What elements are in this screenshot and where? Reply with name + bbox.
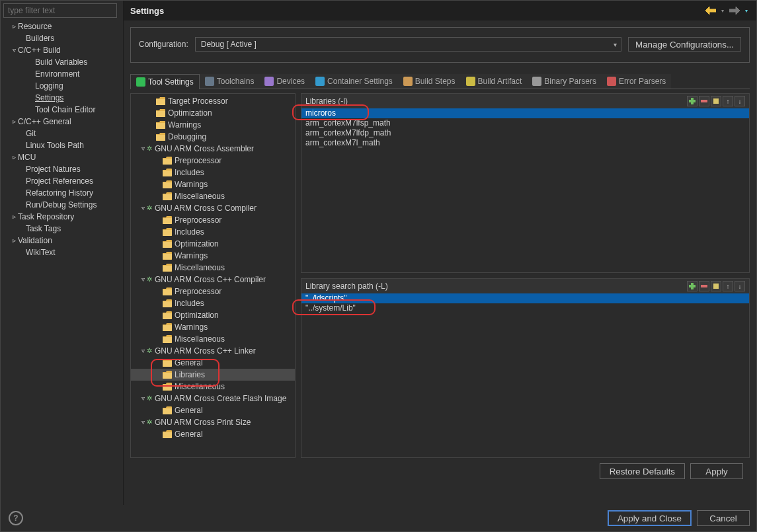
tool-settings-item[interactable]: Warnings — [131, 119, 295, 131]
category-item[interactable]: Builders — [1, 32, 123, 44]
category-item[interactable]: Settings — [1, 92, 123, 104]
tool-settings-item[interactable]: Miscellaneous — [131, 190, 295, 202]
twisty-icon[interactable]: ▿ — [139, 393, 147, 404]
tool-settings-item[interactable]: Warnings — [131, 321, 295, 333]
twisty-icon[interactable]: ▹ — [10, 151, 18, 163]
restore-defaults-button[interactable]: Restore Defaults — [600, 463, 685, 479]
tool-settings-item[interactable]: ▿✲GNU ARM Cross Create Flash Image — [131, 393, 295, 404]
tool-settings-item[interactable]: Miscellaneous — [131, 381, 295, 393]
category-item[interactable]: Task Tags — [1, 223, 123, 235]
category-item[interactable]: Build Variables — [1, 56, 123, 68]
tool-settings-item[interactable]: General — [131, 428, 295, 440]
tool-settings-item[interactable]: Libraries — [131, 369, 295, 381]
nav-back-history-menu[interactable]: ▾ — [719, 5, 726, 17]
category-item[interactable]: Project References — [1, 175, 123, 187]
tool-settings-item[interactable]: Miscellaneous — [131, 262, 295, 274]
search-path-add-button[interactable] — [687, 281, 697, 291]
search-path-delete-button[interactable] — [699, 281, 709, 291]
tool-settings-item[interactable]: ▿✲GNU ARM Cross C++ Compiler — [131, 274, 295, 285]
category-item[interactable]: Project Natures — [1, 163, 123, 175]
twisty-icon[interactable]: ▹ — [10, 20, 18, 32]
tool-settings-item[interactable]: Includes — [131, 297, 295, 309]
category-item[interactable]: ▿C/C++ Build — [1, 44, 123, 56]
libraries-add-button[interactable] — [687, 96, 697, 106]
tool-settings-item[interactable]: Optimization — [131, 107, 295, 119]
tool-settings-item[interactable]: Debugging — [131, 131, 295, 143]
apply-button[interactable]: Apply — [690, 463, 743, 479]
configuration-select[interactable]: Debug [ Active ] ▾ — [195, 37, 621, 52]
category-item[interactable]: Environment — [1, 68, 123, 80]
tool-settings-item[interactable]: ▿✲GNU ARM Cross C Compiler — [131, 202, 295, 214]
search-path-edit-button[interactable] — [711, 281, 721, 291]
tool-settings-item[interactable]: General — [131, 404, 295, 416]
tool-settings-item[interactable]: Optimization — [131, 238, 295, 250]
twisty-icon[interactable]: ▹ — [10, 235, 18, 247]
libraries-list[interactable]: microrosarm_cortexM7lfsp_matharm_cortexM… — [301, 108, 749, 272]
libraries-move-down-button[interactable]: ↓ — [735, 96, 745, 106]
libraries-move-up-button[interactable]: ↑ — [723, 96, 733, 106]
twisty-icon[interactable]: ▿ — [139, 345, 147, 357]
tool-settings-item[interactable]: Warnings — [131, 250, 295, 262]
category-item[interactable]: Logging — [1, 80, 123, 92]
tool-settings-item[interactable]: Preprocessor — [131, 214, 295, 226]
tool-settings-tree[interactable]: Target ProcessorOptimizationWarningsDebu… — [130, 93, 296, 458]
libraries-item[interactable]: arm_cortexM7lfsp_math — [301, 118, 749, 128]
category-tree[interactable]: ▹ResourceBuilders▿C/C++ BuildBuild Varia… — [1, 19, 123, 505]
category-item[interactable]: Git — [1, 128, 123, 139]
tool-settings-item[interactable]: ▿✲GNU ARM Cross C++ Linker — [131, 345, 295, 357]
tab-binary-parsers[interactable]: Binary Parsers — [527, 74, 602, 89]
help-button[interactable]: ? — [9, 511, 23, 525]
search-path-move-up-button[interactable]: ↑ — [723, 281, 733, 291]
cancel-button[interactable]: Cancel — [697, 510, 750, 526]
search-path-list[interactable]: "../ldscripts""../system/Lib" — [301, 293, 749, 457]
tool-settings-item[interactable]: Miscellaneous — [131, 333, 295, 345]
category-item[interactable]: ▹Resource — [1, 20, 123, 32]
tool-settings-item[interactable]: Preprocessor — [131, 285, 295, 297]
category-item[interactable]: ▹C/C++ General — [1, 116, 123, 128]
libraries-item[interactable]: arm_cortexM7lfdp_math — [301, 128, 749, 138]
search-path-item[interactable]: "../ldscripts" — [301, 293, 749, 303]
tab-tool-settings[interactable]: Tool Settings — [130, 74, 200, 89]
twisty-icon[interactable]: ▿ — [139, 416, 147, 428]
tab-error-parsers[interactable]: Error Parsers — [602, 74, 671, 89]
twisty-icon[interactable]: ▹ — [10, 116, 18, 128]
tool-settings-item[interactable]: Includes — [131, 226, 295, 238]
tab-build-steps[interactable]: Build Steps — [398, 74, 461, 89]
twisty-icon[interactable]: ▹ — [10, 211, 18, 223]
tab-toolchains[interactable]: Toolchains — [200, 74, 260, 89]
tool-settings-item[interactable]: General — [131, 357, 295, 369]
nav-forward-history-menu[interactable]: ▾ — [743, 5, 750, 17]
tool-settings-item[interactable]: Includes — [131, 167, 295, 178]
tab-build-artifact[interactable]: Build Artifact — [461, 74, 528, 89]
nav-back-button[interactable] — [705, 5, 717, 17]
category-item[interactable]: Linux Tools Path — [1, 139, 123, 151]
twisty-icon[interactable]: ▿ — [139, 143, 147, 155]
manage-configurations-button[interactable]: Manage Configurations... — [628, 37, 741, 52]
search-path-item[interactable]: "../system/Lib" — [301, 303, 749, 313]
category-item[interactable]: Tool Chain Editor — [1, 104, 123, 116]
libraries-item[interactable]: arm_cortexM7l_math — [301, 138, 749, 148]
apply-and-close-button[interactable]: Apply and Close — [608, 510, 692, 526]
tool-settings-item[interactable]: Preprocessor — [131, 155, 295, 167]
tool-settings-item[interactable]: Optimization — [131, 309, 295, 321]
twisty-icon[interactable]: ▿ — [139, 274, 147, 285]
twisty-icon[interactable]: ▿ — [139, 202, 147, 214]
tool-settings-item[interactable]: ▿✲GNU ARM Cross Print Size — [131, 416, 295, 428]
nav-forward-button[interactable] — [729, 5, 740, 17]
twisty-icon[interactable]: ▿ — [10, 44, 18, 56]
tab-container-settings[interactable]: Container Settings — [310, 74, 398, 89]
category-item[interactable]: ▹Validation — [1, 235, 123, 247]
category-item[interactable]: ▹Task Repository — [1, 211, 123, 223]
filter-input[interactable] — [3, 3, 117, 18]
search-path-move-down-button[interactable]: ↓ — [735, 281, 745, 291]
category-item[interactable]: Run/Debug Settings — [1, 199, 123, 211]
tool-settings-item[interactable]: Warnings — [131, 178, 295, 190]
libraries-item[interactable]: microros — [301, 108, 749, 118]
tab-devices[interactable]: Devices — [259, 74, 310, 89]
tool-settings-item[interactable]: Target Processor — [131, 95, 295, 107]
libraries-edit-button[interactable] — [711, 96, 721, 106]
category-item[interactable]: Refactoring History — [1, 187, 123, 199]
tool-settings-item[interactable]: ▿✲GNU ARM Cross Assembler — [131, 143, 295, 155]
libraries-delete-button[interactable] — [699, 96, 709, 106]
category-item[interactable]: WikiText — [1, 247, 123, 258]
